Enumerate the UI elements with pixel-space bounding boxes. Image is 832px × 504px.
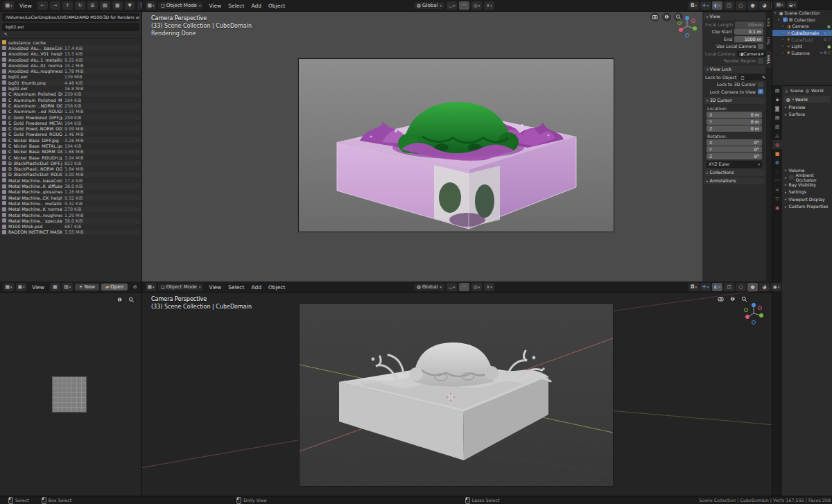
create-directory-icon[interactable]: ⊞ (87, 1, 98, 10)
zoom-icon[interactable] (127, 295, 136, 304)
file-row[interactable]: Metal Machine.._metallic.png9.32 KiB (0, 200, 140, 206)
gizmos-toggle-icon[interactable]: ✛▾ (700, 1, 711, 10)
file-row[interactable]: C_Aluminum_Polished_DIFF.j..259 KiB (0, 92, 140, 97)
file-row[interactable]: Anodized_Alu..V01_height.png13.5 KiB (0, 51, 140, 57)
image-editor-view-menu[interactable]: View (28, 284, 48, 291)
properties-tab-material[interactable]: ◉ (772, 203, 782, 212)
file-row[interactable]: D_BlackPlasticDull_ROUGH.j..3.00 MiB (0, 172, 140, 177)
gizmos-toggle-icon[interactable]: ✛▾ (700, 283, 711, 291)
snap-target-icon[interactable]: ◡▾ (447, 1, 457, 10)
sidebar-tab-item[interactable]: Item (766, 14, 772, 31)
file-row[interactable]: C_Gold_Powd..NORM_OGL.jpg9.99 MiB (0, 125, 140, 131)
sort-icon[interactable]: ▼ (125, 1, 135, 10)
view-lock-panel-header[interactable]: ▾View Lock (704, 66, 765, 73)
editor-type-icon[interactable]: ▦▾ (146, 1, 156, 10)
cursor-rotation-y-field[interactable]: Y0° (707, 146, 762, 153)
local-camera-field[interactable]: ◨Camera✕ (737, 51, 766, 57)
outliner-filter-icon[interactable]: ◒▾ (787, 1, 797, 8)
xray-toggle-icon[interactable]: ◫ (724, 1, 734, 10)
outliner-item-cubefluid[interactable]: •▼CubeFluid⚙▽ (772, 36, 832, 43)
file-row[interactable]: Anodized_Alu..01_normal.png15.2 MiB (0, 62, 140, 68)
file-row[interactable]: D_BlackPlasticDull_DIFF.jpg822 KiB (0, 160, 140, 166)
menu-object[interactable]: Object (265, 2, 288, 10)
shading-wireframe-icon[interactable]: ○ (736, 283, 746, 291)
eyedropper-icon[interactable]: ✎ (762, 74, 765, 80)
file-row[interactable]: M100 MAsk.psd687 KiB (0, 224, 140, 229)
file-row[interactable]: C_Nickel_Base_NORM_OGL.j..1.66 MiB (0, 149, 140, 155)
display-list-icon[interactable]: ▤ (100, 1, 110, 10)
orientation-selector[interactable]: ◍Global▾ (414, 2, 444, 9)
navigation-gizmo[interactable] (743, 301, 765, 326)
camera-solid-view[interactable] (299, 303, 614, 487)
properties-tab-particles[interactable]: ∴ (772, 167, 782, 176)
menu-object[interactable]: Object (265, 284, 288, 291)
file-row[interactable]: C_Aluminum_Polished_META..194 KiB (0, 97, 140, 103)
ambient-occlusion-checkbox[interactable] (789, 175, 794, 180)
shading-rendered-icon[interactable]: ◉▾ (771, 283, 781, 291)
properties-tab-object-data[interactable]: ▽ (772, 194, 782, 203)
back-icon[interactable]: ← (37, 1, 48, 10)
editor-type-icon[interactable]: ▤▾ (774, 1, 785, 8)
file-row[interactable]: RADEON INSTINCT MASK.psd3.55 MiB (0, 229, 140, 235)
panel-viewport-display[interactable]: ▸Viewport Display (782, 195, 832, 203)
properties-tab-object[interactable]: ■ (772, 149, 782, 158)
lock-camera-to-view-checkbox[interactable]: ✓ (758, 89, 763, 94)
outliner-collection[interactable]: ▾✓▧Collection (772, 17, 832, 24)
file-row[interactable]: D_BlackPlasti..NORM_OGL.jpg3.84 MiB (0, 166, 140, 172)
orientation-selector[interactable]: ◍Global▾ (414, 284, 444, 290)
file-row[interactable]: C_Nickel_Base_DIFF.jpg3.26 MiB (0, 137, 140, 143)
properties-tab-view-layer[interactable]: ▥ (772, 122, 782, 131)
parent-directory-icon[interactable]: ↑ (62, 1, 73, 10)
outliner-scene-collection[interactable]: ▾▦Scene Collection (772, 10, 832, 17)
file-browser-view-menu[interactable]: View (16, 2, 35, 10)
editor-type-icon[interactable]: ▤ (772, 86, 782, 95)
clip-end-field[interactable]: 1000 m (734, 36, 763, 42)
proportional-falloff-icon[interactable]: ∧▾ (484, 283, 494, 291)
image-browse-icon[interactable]: ▧▾ (62, 283, 73, 291)
file-row[interactable]: bg01.exr139 MiB (0, 74, 140, 80)
snap-magnet-icon[interactable]: ◠ (459, 283, 469, 291)
lock-3d-cursor-checkbox[interactable] (758, 82, 763, 87)
object-type-visibility-icon[interactable]: ◘▾ (688, 1, 699, 10)
properties-tab-output[interactable]: ▤ (772, 113, 782, 122)
menu-view[interactable]: View (205, 2, 225, 10)
breadcrumb-world[interactable]: World (811, 88, 824, 93)
snap-target-icon[interactable]: ◡▾ (447, 283, 457, 291)
outliner-item-camera[interactable]: •◨Camera▣ (772, 23, 832, 30)
file-row[interactable]: Metal Machine..baseColor.png17.4 KiB (0, 177, 140, 183)
file-row[interactable]: bg02.exr16.8 MiB (0, 85, 140, 91)
breadcrumb-scene[interactable]: Scene (790, 88, 804, 93)
proportional-falloff-icon[interactable]: ∧▾ (484, 1, 494, 10)
file-name-field[interactable]: bg02.exr (2, 23, 139, 31)
file-row[interactable]: Anodized_Alu..._baseColor.png17.4 KiB (0, 45, 140, 51)
proportional-edit-icon[interactable]: ◎▾ (471, 1, 482, 10)
camera-view-icon[interactable] (650, 12, 659, 21)
file-row[interactable]: Metal Machine.._specular.png38.0 KiB (0, 218, 140, 223)
menu-add[interactable]: Add (248, 284, 265, 291)
properties-tab-modifiers[interactable]: ⚙ (772, 158, 782, 167)
file-row[interactable]: Metal Machine..glossiness.png1.28 MiB (0, 189, 140, 195)
forward-icon[interactable]: → (50, 1, 60, 10)
file-row[interactable]: Metal Machine..K_diffuse.png38.0 KiB (0, 183, 140, 189)
image-mode-icon[interactable]: ▣▾ (16, 283, 26, 291)
use-local-camera-checkbox[interactable] (758, 44, 763, 49)
world-datablock-selector[interactable]: ◍▾ World (784, 96, 830, 103)
open-image-button[interactable]: ▰Open (101, 284, 128, 290)
editor-type-icon[interactable]: ▦▾ (3, 1, 14, 10)
object-type-visibility-icon[interactable]: ◘▾ (688, 283, 699, 291)
rotation-mode-dropdown[interactable]: XYZ Euler▾ (707, 161, 762, 168)
file-row[interactable]: C_Nickel_Base_ROUGH.jpg3.04 MiB (0, 155, 140, 160)
file-row[interactable]: C_Aluminum_..ed_ROUGH.jpg1.15 MiB (0, 109, 140, 114)
properties-tab-tool[interactable]: ▪ (772, 95, 782, 104)
file-row[interactable]: Anodized_Alu..roughness.png1.78 MiB (0, 68, 140, 73)
clip-start-field[interactable]: 0.1 m (734, 28, 763, 35)
cursor-rotation-z-field[interactable]: Z0° (707, 153, 762, 159)
pan-hand-icon[interactable] (728, 295, 737, 304)
panel-custom-properties[interactable]: ▸Custom Properties (782, 203, 832, 211)
properties-tab-constraints[interactable]: ∞ (772, 185, 782, 194)
image-display-icon[interactable]: ▦ (50, 283, 60, 291)
cursor-rotation-x-field[interactable]: X0° (707, 139, 762, 146)
cursor-location-x-field[interactable]: X0 m (707, 112, 762, 118)
pan-hand-icon[interactable] (662, 12, 671, 21)
mode-selector[interactable]: ◻Object Mode▾ (158, 2, 203, 9)
